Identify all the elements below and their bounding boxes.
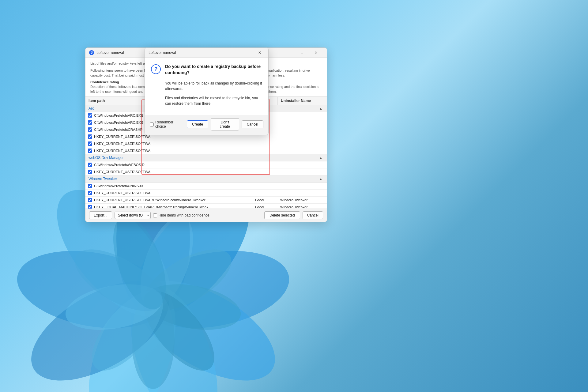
table-row: HKEY_CURRENT_USER\SOFTWARE\Winaero.com\W… (85, 197, 327, 204)
table-row: HKEY_CURRENT_USER\SOFTWA (85, 190, 327, 197)
row-checkbox[interactable] (88, 120, 92, 125)
row-checkbox[interactable] (88, 141, 92, 146)
row-confidence (241, 192, 278, 194)
row-confidence: Good (241, 204, 278, 209)
row-checkbox[interactable] (88, 205, 92, 209)
row-checkbox[interactable] (88, 127, 92, 132)
hide-bad-confidence-checkbox[interactable] (153, 213, 157, 217)
row-uninstaller (278, 121, 327, 124)
select-wrapper: Select down tO (115, 212, 151, 219)
svg-point-13 (132, 291, 175, 389)
create-button[interactable]: Create (187, 120, 208, 128)
row-checkbox[interactable] (88, 149, 92, 153)
row-confidence (241, 171, 278, 173)
row-path-text: C:\Windows\Prefetch\CRASHP (94, 128, 143, 131)
row-checkbox[interactable] (88, 113, 92, 118)
maximize-button[interactable]: □ (295, 48, 309, 58)
row-uninstaller: Winaero Tweaker (278, 197, 327, 203)
row-confidence (241, 164, 278, 166)
dialog-question: Do you want to create a registry backup … (165, 64, 262, 76)
group-arc-collapse[interactable]: ▲ (318, 107, 324, 110)
group-webos-label: webOS Dev Manager (89, 156, 124, 160)
dialog-info1: You will be able to roll back all change… (165, 81, 262, 92)
row-path-text: HKEY_LOCAL_MACHINE\SOFTWARE\Microsoft\Tr… (94, 205, 211, 209)
svg-point-17 (103, 209, 176, 316)
dialog-close-button[interactable]: ✕ (255, 48, 265, 57)
delete-selected-button[interactable]: Delete selected (264, 211, 300, 219)
row-path-text: HKEY_CURRENT_USER\SOFTWA (94, 142, 150, 145)
app-icon: B (89, 50, 94, 55)
row-checkbox[interactable] (88, 191, 92, 195)
group-webos-collapse[interactable]: ▲ (318, 156, 324, 160)
select-down-to-dropdown[interactable]: Select down tO (115, 212, 151, 219)
svg-point-14 (80, 279, 175, 382)
row-confidence (241, 149, 278, 152)
svg-point-4 (113, 273, 235, 392)
minimize-button[interactable]: — (281, 48, 295, 58)
row-checkbox[interactable] (88, 134, 92, 139)
dialog-info2: Files and directories will be moved to t… (165, 95, 262, 106)
export-button[interactable]: Export... (89, 211, 112, 219)
window-controls: — □ ✕ (281, 48, 323, 58)
svg-point-11 (140, 277, 244, 337)
group-webos: webOS Dev Manager ▲ (85, 154, 327, 161)
dialog-box: Leftover removal ✕ ? Do you want to crea… (145, 47, 269, 135)
dialog-info-icon: ? (151, 64, 161, 74)
dialog-body: ? Do you want to create a registry backu… (145, 58, 268, 115)
row-path-text: C:\Windows\Prefetch\ARC.EXE (94, 121, 143, 124)
dialog-footer: Remember choice Create Don't create Canc… (145, 115, 268, 135)
footer-cancel-button[interactable]: Cancel (303, 211, 323, 219)
row-confidence (241, 142, 278, 145)
row-path-text: C:\Windows\Prefetch\UNINS00 (94, 184, 143, 188)
hide-label-text: Hide items with bad confidence (159, 213, 209, 217)
table-row: HKEY_LOCAL_MACHINE\SOFTWARE\Microsoft\Tr… (85, 204, 327, 209)
group-winaero-label: Winaero Tweaker (89, 177, 117, 181)
remember-choice-text: Remember choice (155, 120, 182, 129)
remember-choice-label[interactable]: Remember choice (150, 120, 182, 129)
group-winaero-collapse[interactable]: ▲ (318, 177, 324, 181)
table-row: HKEY_CURRENT_USER\SOFTWA (85, 147, 327, 154)
row-path-text: HKEY_CURRENT_USER\SOFTWA (94, 149, 150, 153)
svg-point-15 (62, 277, 166, 337)
svg-point-2 (132, 240, 291, 339)
row-uninstaller (278, 171, 327, 173)
table-row: HKEY_CURRENT_USER\SOFTWA (85, 140, 327, 147)
row-path-text: C:\Windows\Prefetch\WEBOS D (94, 163, 145, 167)
row-uninstaller (278, 142, 327, 145)
dialog-title: Leftover removal (149, 51, 255, 55)
svg-point-12 (131, 279, 227, 382)
row-uninstaller (278, 149, 327, 152)
dialog-cancel-button[interactable]: Cancel (242, 120, 263, 128)
row-confidence (241, 185, 278, 187)
table-row: HKEY_CURRENT_USER\SOFTWA (85, 168, 327, 175)
group-winaero: Winaero Tweaker ▲ (85, 175, 327, 183)
table-row: C:\Windows\Prefetch\UNINS00 (85, 183, 327, 190)
row-uninstaller: Winaero Tweaker (278, 204, 327, 209)
row-uninstaller (278, 185, 327, 187)
row-checkbox[interactable] (88, 198, 92, 202)
group-arc-label: Arc (89, 106, 94, 111)
row-checkbox[interactable] (88, 170, 92, 174)
svg-point-10 (134, 237, 241, 323)
row-uninstaller (278, 114, 327, 117)
window-footer: Export... Select down tO Hide items with… (85, 209, 327, 222)
col-uninstaller: Uninstaller Name (278, 97, 327, 105)
row-path-text: HKEY_CURRENT_USER\SOFTWA (94, 135, 150, 138)
svg-point-5 (71, 273, 193, 392)
row-uninstaller (278, 192, 327, 194)
dont-create-button[interactable]: Don't create (211, 118, 239, 130)
close-button[interactable]: ✕ (309, 48, 323, 58)
hide-bad-confidence-label[interactable]: Hide items with bad confidence (153, 213, 209, 217)
dialog-titlebar: Leftover removal ✕ (145, 48, 268, 58)
svg-point-16 (66, 237, 172, 323)
row-checkbox[interactable] (88, 163, 92, 167)
svg-point-9 (130, 209, 204, 316)
row-checkbox[interactable] (88, 184, 92, 188)
remember-choice-checkbox[interactable] (150, 123, 154, 126)
dialog-question-row: ? Do you want to create a registry backu… (151, 64, 262, 76)
row-path-text: C:\Windows\Prefetch\ARC.EXE (94, 114, 143, 117)
svg-point-7 (15, 240, 175, 339)
row-path-text: HKEY_CURRENT_USER\SOFTWA (94, 191, 150, 195)
row-uninstaller (278, 128, 327, 131)
row-confidence (241, 135, 278, 138)
